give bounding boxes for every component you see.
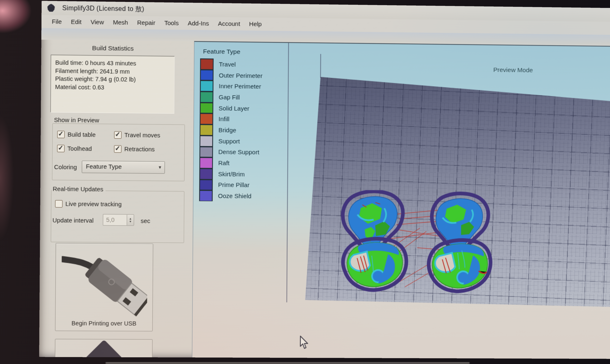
- live-preview-tracking-label: Live preview tracking: [65, 200, 122, 208]
- legend-label: Outer Perimeter: [219, 72, 263, 79]
- checkbox-label: Retractions: [124, 146, 155, 153]
- live-preview-tracking-checkbox[interactable]: [55, 200, 62, 208]
- update-interval-input[interactable]: 5,0: [103, 214, 127, 226]
- legend-swatch: [199, 190, 213, 201]
- legend-item-infill: Infill: [200, 113, 262, 125]
- menu-edit[interactable]: Edit: [66, 16, 86, 28]
- legend-item-support: Support: [199, 135, 262, 147]
- legend-label: Prime Pillar: [218, 181, 250, 188]
- menu-account[interactable]: Account: [213, 17, 245, 30]
- legend-item-raft: Raft: [199, 157, 262, 169]
- legend-swatch: [200, 80, 213, 91]
- disk-icon: [82, 339, 126, 359]
- menu-file[interactable]: File: [47, 15, 66, 28]
- stat-line: Filament length: 2641.9 mm: [55, 67, 174, 76]
- legend-item-bridge: Bridge: [200, 124, 262, 136]
- mouse-cursor: [299, 336, 309, 350]
- laptop-hinge-glint: [106, 362, 470, 364]
- spin-up-icon[interactable]: ▲: [129, 217, 132, 220]
- legend-label: Inner Perimeter: [219, 82, 261, 90]
- update-interval-value: 5,0: [106, 217, 115, 223]
- option-toolhead[interactable]: Toolhead: [57, 145, 114, 153]
- legend-swatch: [199, 157, 213, 168]
- legend-swatch: [200, 91, 213, 103]
- coloring-dropdown[interactable]: Feature Type ▼: [82, 161, 165, 174]
- realtime-updates-label: Real-time Updates: [52, 186, 105, 193]
- menu-mesh[interactable]: Mesh: [108, 16, 133, 29]
- legend-label: Dense Support: [218, 148, 259, 156]
- stat-line: Build time: 0 hours 43 minutes: [55, 59, 174, 68]
- legend-item-dense-support: Dense Support: [199, 146, 262, 158]
- window-title: Simplify3D (Licensed to 敖): [62, 4, 144, 14]
- legend-swatch: [199, 179, 213, 190]
- legend-label: Infill: [219, 116, 229, 123]
- simplify3d-window: Simplify3D (Licensed to 敖) FileEditViewM…: [39, 1, 610, 359]
- legend-swatch: [199, 168, 213, 179]
- update-interval-label: Update interval: [53, 217, 94, 224]
- checkbox-build-table[interactable]: [57, 131, 65, 138]
- legend-item-ooze-shield: Ooze Shield: [199, 190, 262, 202]
- spin-down-icon[interactable]: ▼: [129, 220, 132, 223]
- build-statistics-box: Build time: 0 hours 43 minutesFilament l…: [50, 55, 175, 114]
- build-statistics-title: Build Statistics: [51, 44, 175, 53]
- checkbox-toolhead[interactable]: [57, 145, 65, 152]
- legend-item-solid-layer: Solid Layer: [200, 102, 262, 114]
- legend-item-outer-perimeter: Outer Perimeter: [200, 69, 263, 81]
- coloring-label: Coloring: [54, 164, 77, 170]
- legend-label: Gap Fill: [219, 93, 240, 101]
- checkbox-label: Travel moves: [125, 132, 160, 139]
- begin-printing-usb-button[interactable]: Begin Printing over USB: [55, 243, 153, 331]
- coloring-dropdown-value: Feature Type: [86, 163, 122, 170]
- menu-tools[interactable]: Tools: [160, 17, 183, 29]
- chevron-down-icon: ▼: [158, 165, 162, 169]
- legend-label: Travel: [219, 61, 236, 68]
- build-volume-edge: [286, 43, 289, 302]
- usb-button-label: Begin Printing over USB: [55, 320, 152, 327]
- preview-mode-label: Preview Mode: [493, 66, 533, 74]
- legend-item-skirt-brim: Skirt/Brim: [199, 168, 262, 180]
- checkbox-retractions[interactable]: [114, 145, 121, 153]
- show-in-preview-options: Build tableTravel movesToolheadRetractio…: [57, 131, 179, 153]
- menu-view[interactable]: View: [86, 16, 109, 28]
- update-interval-stepper[interactable]: ▲ ▼: [127, 214, 134, 226]
- usb-plug-icon: [61, 247, 148, 317]
- legend-item-travel: Travel: [200, 58, 263, 70]
- checkbox-label: Toolhead: [68, 145, 92, 152]
- legend-label: Ooze Shield: [218, 192, 251, 199]
- legend-title: Feature Type: [203, 48, 263, 56]
- update-interval-unit: sec: [141, 218, 150, 224]
- legend-label: Solid Layer: [219, 104, 249, 112]
- stat-line: Plastic weight: 7.94 g (0.02 lb): [55, 75, 174, 84]
- legend-swatch: [200, 69, 213, 80]
- legend-label: Bridge: [219, 127, 236, 134]
- simplify3d-logo-icon: [46, 3, 56, 13]
- legend-label: Support: [218, 137, 240, 145]
- option-build-table[interactable]: Build table: [57, 131, 114, 139]
- legend-item-inner-perimeter: Inner Perimeter: [200, 80, 263, 92]
- legend-label: Raft: [218, 159, 230, 166]
- option-retractions[interactable]: Retractions: [114, 145, 179, 153]
- print-preview-models: [336, 190, 507, 294]
- checkbox-travel-moves[interactable]: [114, 131, 122, 139]
- option-travel-moves[interactable]: Travel moves: [114, 131, 179, 139]
- legend-swatch: [199, 135, 213, 146]
- checkbox-label: Build table: [68, 131, 96, 138]
- menu-help[interactable]: Help: [245, 18, 266, 30]
- stat-line: Material cost: 0.63: [55, 83, 174, 92]
- build-volume-corner-edge: [320, 54, 321, 78]
- menu-add-ins[interactable]: Add-Ins: [183, 17, 213, 30]
- menu-repair[interactable]: Repair: [133, 16, 160, 29]
- legend-swatch: [199, 146, 213, 157]
- preview-3d-viewport[interactable]: Feature Type TravelOuter PerimeterInner …: [192, 41, 610, 359]
- legend-item-prime-pillar: Prime Pillar: [199, 179, 262, 191]
- photo-background: Simplify3D (Licensed to 敖) FileEditViewM…: [0, 0, 610, 364]
- legend-swatch: [200, 102, 213, 113]
- legend-item-gap-fill: Gap Fill: [200, 91, 263, 103]
- legend-label: Skirt/Brim: [218, 170, 245, 178]
- legend-swatch: [200, 58, 214, 69]
- save-toolpaths-button[interactable]: [55, 339, 152, 359]
- show-in-preview-label: Show in Preview: [53, 117, 101, 124]
- legend-swatch: [200, 113, 213, 124]
- legend-swatch: [200, 124, 213, 135]
- feature-type-legend: Feature Type TravelOuter PerimeterInner …: [199, 48, 263, 201]
